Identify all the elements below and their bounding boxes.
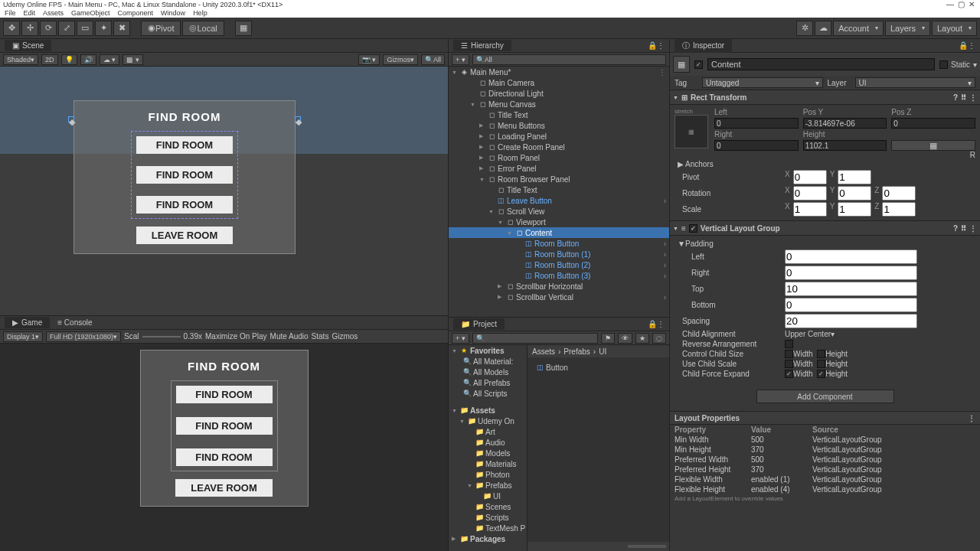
layout-dropdown[interactable]: Layout bbox=[932, 21, 977, 36]
hierarchy-item[interactable]: ◻Title Text bbox=[449, 109, 669, 120]
shading-dropdown[interactable]: Shaded ▾ bbox=[3, 54, 38, 65]
active-checkbox[interactable] bbox=[694, 60, 703, 69]
alignment-dropdown[interactable]: Upper Center▾ bbox=[785, 330, 835, 338]
game-opt[interactable]: Mute Audio bbox=[270, 332, 309, 341]
account-dropdown[interactable]: Account bbox=[833, 21, 884, 36]
move-tool-icon[interactable]: ✢ bbox=[21, 21, 38, 36]
hierarchy-item[interactable]: ◫Room Button (3)› bbox=[449, 270, 669, 281]
padding-bottom[interactable] bbox=[785, 298, 917, 312]
project-folder[interactable]: 📁Materials bbox=[449, 458, 527, 469]
close-icon[interactable]: ✕ bbox=[966, 0, 977, 8]
lock-icon[interactable]: 🔒 bbox=[648, 41, 657, 50]
project-folder[interactable]: 📁Scenes bbox=[449, 501, 527, 512]
packages-header[interactable]: ▶📁Packages bbox=[449, 533, 527, 544]
layer-dropdown[interactable]: UI▾ bbox=[855, 77, 976, 88]
tag-dropdown[interactable]: Untagged▾ bbox=[702, 77, 823, 88]
padding-top[interactable] bbox=[785, 282, 917, 296]
layout-properties-header[interactable]: Layout Properties⋮ bbox=[670, 411, 980, 425]
hierarchy-item[interactable]: ◻Main Camera bbox=[449, 77, 669, 88]
pivot-y[interactable] bbox=[838, 170, 871, 184]
ctrl-width-cb[interactable] bbox=[785, 350, 793, 358]
help-icon[interactable]: ? bbox=[953, 93, 958, 102]
tab-scene[interactable]: ▣Scene bbox=[5, 40, 51, 51]
favorites-header[interactable]: ▼★Favorites bbox=[449, 345, 527, 356]
scene-view[interactable]: ◆ ◆ FIND ROOM FIND ROOM FIND ROOM FIND R… bbox=[0, 67, 448, 315]
layers-dropdown[interactable]: Layers bbox=[885, 21, 930, 36]
snap-icon[interactable]: ▦ bbox=[235, 21, 252, 36]
scale-tool-icon[interactable]: ⤢ bbox=[58, 21, 75, 36]
hierarchy-item[interactable]: ▼◻Scroll View bbox=[449, 206, 669, 217]
cloud-icon[interactable]: ✲ bbox=[796, 21, 813, 36]
hierarchy-item[interactable]: ▶◻Scrollbar Horizontal bbox=[449, 281, 669, 292]
menu-icon[interactable]: ⋮ bbox=[968, 414, 975, 422]
hand-tool-icon[interactable]: ✥ bbox=[3, 21, 20, 36]
menu-file[interactable]: File bbox=[5, 9, 16, 17]
anchor-preset[interactable]: ▦ bbox=[675, 115, 708, 148]
ctrl-height-cb[interactable] bbox=[817, 350, 825, 358]
hierarchy-item[interactable]: ◻Directional Light bbox=[449, 88, 669, 99]
breadcrumb-item[interactable]: Prefabs bbox=[564, 347, 590, 356]
project-folder[interactable]: 📁Photon bbox=[449, 469, 527, 480]
tab-inspector[interactable]: ⓘInspector bbox=[675, 39, 732, 53]
project-tree[interactable]: ▼★Favorites 🔍All Material: 🔍All Models 🔍… bbox=[449, 345, 528, 551]
favorite-item[interactable]: 🔍All Scripts bbox=[449, 388, 527, 399]
hierarchy-search[interactable]: 🔍 All bbox=[472, 54, 666, 65]
hierarchy-tree[interactable]: ▼◈Main Menu*⋮ ◻Main Camera◻Directional L… bbox=[449, 67, 669, 317]
menu-component[interactable]: Component bbox=[118, 9, 154, 17]
local-toggle[interactable]: ◎ Local bbox=[182, 21, 224, 36]
scale-z[interactable] bbox=[882, 202, 916, 217]
hierarchy-item[interactable]: ▶◻Menu Buttons bbox=[449, 120, 669, 131]
hierarchy-item[interactable]: ▶◻Create Room Panel bbox=[449, 142, 669, 152]
hierarchy-item[interactable]: ▶◻Scrollbar Vertical› bbox=[449, 292, 669, 302]
rect-height[interactable] bbox=[803, 140, 887, 151]
camera-icon[interactable]: 📷 ▾ bbox=[358, 54, 381, 65]
menu-icon[interactable]: ⋮ bbox=[968, 41, 975, 50]
vlg-header[interactable]: ▼≡ Vertical Layout Group ?⠿⋮ bbox=[670, 220, 980, 236]
menu-icon[interactable]: ⋮ bbox=[657, 41, 665, 50]
favorite-item[interactable]: 🔍All Material: bbox=[449, 356, 527, 367]
project-folder[interactable]: 📁Scripts bbox=[449, 512, 527, 523]
menu-icon[interactable]: ⋮ bbox=[657, 320, 665, 328]
breadcrumb-item[interactable]: Assets bbox=[532, 347, 555, 356]
rot-z[interactable] bbox=[882, 186, 916, 201]
hierarchy-item[interactable]: ▼◻Viewport bbox=[449, 217, 669, 227]
tab-project[interactable]: 📁Project bbox=[453, 318, 505, 330]
hierarchy-item[interactable]: ▼◻Content bbox=[449, 227, 669, 238]
hierarchy-item[interactable]: ◫Room Button (1)› bbox=[449, 249, 669, 259]
anchors-foldout[interactable]: Anchors bbox=[685, 160, 714, 168]
display-dropdown[interactable]: Display 1 ▾ bbox=[3, 331, 43, 342]
hidden-icon[interactable]: ◌ bbox=[652, 333, 666, 344]
gizmos-dropdown[interactable]: Gizmos ▾ bbox=[383, 54, 418, 65]
lock-icon[interactable]: 🔒 bbox=[959, 41, 968, 50]
hierarchy-scene[interactable]: ▼◈Main Menu*⋮ bbox=[449, 67, 669, 77]
star-icon[interactable]: ★ bbox=[635, 333, 649, 344]
hierarchy-item[interactable]: ◫Leave Button› bbox=[449, 195, 669, 206]
eye-icon[interactable]: 👁 bbox=[618, 333, 632, 344]
game-opt[interactable]: Maximize On Play bbox=[205, 332, 267, 341]
scale-x[interactable] bbox=[793, 202, 827, 217]
padding-right[interactable] bbox=[785, 266, 917, 280]
sceneview-icon[interactable]: ▩ ▾ bbox=[122, 54, 143, 65]
rect-left[interactable] bbox=[714, 118, 799, 129]
vlg-enabled[interactable] bbox=[689, 224, 697, 233]
rect-right[interactable] bbox=[714, 140, 799, 151]
static-toggle[interactable]: Static ▾ bbox=[939, 60, 977, 69]
force-width-cb[interactable] bbox=[785, 370, 793, 378]
scale-y[interactable] bbox=[838, 202, 871, 217]
menu-icon[interactable]: ⋮ bbox=[969, 93, 977, 102]
add-component-button[interactable]: Add Component bbox=[756, 390, 894, 403]
rect-posz[interactable] bbox=[891, 118, 975, 129]
menu-gameobject[interactable]: GameObject bbox=[71, 9, 110, 17]
menu-icon[interactable]: ⋮ bbox=[969, 224, 977, 233]
rot-y[interactable] bbox=[838, 186, 871, 201]
scale-slider[interactable] bbox=[142, 336, 181, 337]
2d-toggle[interactable]: 2D bbox=[41, 54, 58, 65]
create-dropdown[interactable]: + ▾ bbox=[452, 333, 469, 344]
tab-game[interactable]: ▶Game bbox=[5, 317, 50, 328]
menu-assets[interactable]: Assets bbox=[43, 9, 64, 17]
blueprint-icon[interactable]: ▦ bbox=[891, 140, 975, 151]
fx-icon[interactable]: ☁ ▾ bbox=[100, 54, 120, 65]
pivot-x[interactable] bbox=[793, 170, 827, 184]
preset-icon[interactable]: ⠿ bbox=[961, 93, 966, 102]
object-name-field[interactable] bbox=[707, 58, 935, 70]
